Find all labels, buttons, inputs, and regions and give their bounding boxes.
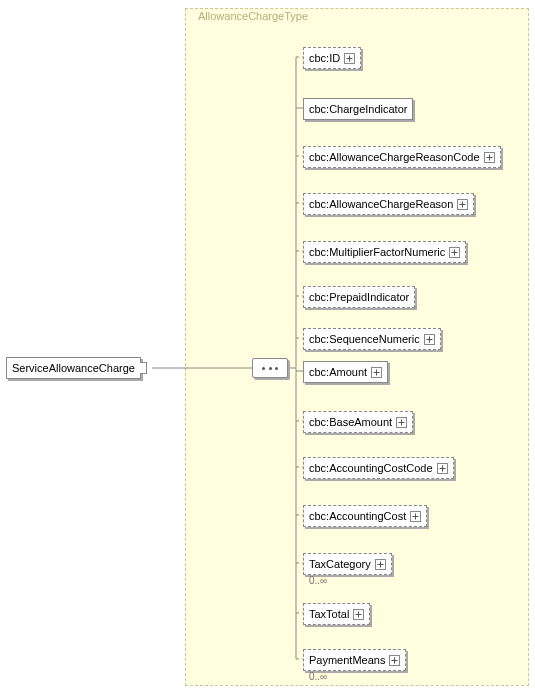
child-label: cbc:BaseAmount [309, 415, 392, 429]
child-label: cbc:ID [309, 51, 340, 65]
child-label: PaymentMeans [309, 653, 385, 667]
child-label: cbc:AccountingCost [309, 509, 406, 523]
child-label: cbc:MultiplierFactorNumeric [309, 245, 445, 259]
occurrence-label: 0..∞ [309, 575, 327, 586]
child-node[interactable]: cbc:ChargeIndicator [303, 98, 413, 120]
child-label: cbc:Amount [309, 365, 367, 379]
child-node[interactable]: cbc:AllowanceChargeReasonCode [303, 146, 501, 168]
child-node[interactable]: cbc:ID [303, 47, 361, 69]
plus-icon[interactable] [437, 463, 448, 474]
sequence-compositor[interactable] [252, 358, 288, 378]
plus-icon[interactable] [371, 367, 382, 378]
occurrence-label: 0..∞ [309, 671, 327, 682]
child-label: cbc:SequenceNumeric [309, 332, 420, 346]
sequence-icon [262, 364, 278, 372]
plus-icon[interactable] [424, 334, 435, 345]
child-node[interactable]: cbc:Amount [303, 361, 388, 383]
child-node[interactable]: cbc:SequenceNumeric [303, 328, 441, 350]
child-label: cbc:AllowanceChargeReason [309, 197, 453, 211]
type-label: AllowanceChargeType [198, 10, 308, 22]
child-label: TaxCategory [309, 557, 371, 571]
child-label: cbc:ChargeIndicator [309, 102, 407, 116]
plus-icon[interactable] [344, 53, 355, 64]
child-node[interactable]: cbc:BaseAmount [303, 411, 413, 433]
child-label: TaxTotal [309, 607, 349, 621]
plus-icon[interactable] [396, 417, 407, 428]
child-node[interactable]: TaxTotal [303, 603, 370, 625]
root-node[interactable]: ServiceAllowanceCharge [6, 357, 147, 379]
child-node[interactable]: cbc:AccountingCost [303, 505, 427, 527]
plus-icon[interactable] [457, 199, 468, 210]
diagram-canvas: AllowanceChargeType ServiceAllowanceChar… [0, 0, 535, 691]
plus-icon[interactable] [484, 152, 495, 163]
child-node[interactable]: cbc:AllowanceChargeReason [303, 193, 474, 215]
child-node[interactable]: PaymentMeans [303, 649, 406, 671]
child-label: cbc:AllowanceChargeReasonCode [309, 150, 480, 164]
child-node[interactable]: cbc:AccountingCostCode [303, 457, 454, 479]
child-node[interactable]: cbc:PrepaidIndicator [303, 286, 415, 308]
minus-icon [140, 362, 147, 374]
root-label: ServiceAllowanceCharge [12, 361, 135, 375]
child-node[interactable]: cbc:MultiplierFactorNumeric [303, 241, 466, 263]
plus-icon[interactable] [389, 655, 400, 666]
plus-icon[interactable] [449, 247, 460, 258]
child-label: cbc:AccountingCostCode [309, 461, 433, 475]
plus-icon[interactable] [375, 559, 386, 570]
child-label: cbc:PrepaidIndicator [309, 290, 409, 304]
plus-icon[interactable] [353, 609, 364, 620]
plus-icon[interactable] [410, 511, 421, 522]
child-node[interactable]: TaxCategory [303, 553, 392, 575]
